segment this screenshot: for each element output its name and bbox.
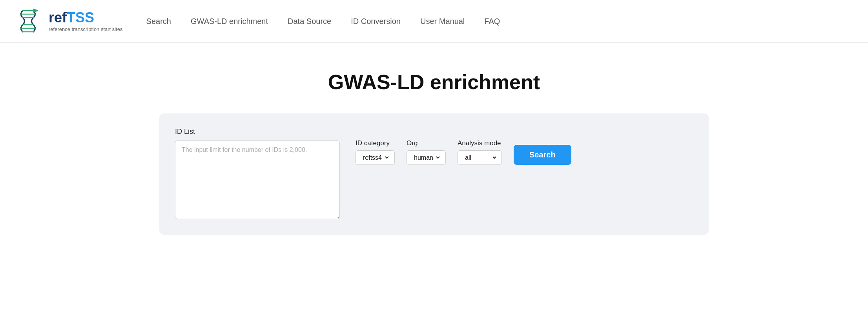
logo-text: refTSS reference transcription start sit… [49,11,123,32]
logo-tagline: reference transcription start sites [49,26,123,32]
nav-faq[interactable]: FAQ [484,17,500,26]
gwas-form-panel: ID List ID category reftss4 reftss3 gene [159,113,709,235]
logo: refTSS reference transcription start sit… [16,7,123,35]
selects-row: ID category reftss4 reftss3 gene Org [356,139,693,165]
id-list-section: ID List [175,128,340,219]
org-select[interactable]: human mouse [412,154,441,161]
nav-gwas-ld[interactable]: GWAS-LD enrichment [191,17,268,26]
analysis-mode-group: Analysis mode all separate [458,139,502,165]
logo-ref: ref [49,9,67,26]
analysis-mode-label: Analysis mode [458,139,502,147]
org-group: Org human mouse [407,139,446,165]
logo-icon [16,7,44,35]
analysis-mode-select[interactable]: all separate [463,154,498,161]
org-label: Org [407,139,446,147]
id-category-select-wrapper[interactable]: reftss4 reftss3 gene [356,150,395,165]
id-list-textarea[interactable] [175,141,340,219]
controls-area: ID category reftss4 reftss3 gene Org [356,128,693,165]
search-button[interactable]: Search [514,145,571,165]
page-title: GWAS-LD enrichment [24,70,844,94]
id-category-group: ID category reftss4 reftss3 gene [356,139,395,165]
nav-id-conversion[interactable]: ID Conversion [351,17,401,26]
analysis-mode-select-wrapper[interactable]: all separate [458,150,502,165]
logo-tss: TSS [67,9,94,26]
org-select-wrapper[interactable]: human mouse [407,150,446,165]
logo-brand: refTSS [49,11,123,25]
nav-data-source[interactable]: Data Source [288,17,331,26]
id-category-select[interactable]: reftss4 reftss3 gene [361,154,390,161]
form-row: ID List ID category reftss4 reftss3 gene [175,128,693,219]
id-list-label: ID List [175,128,340,136]
nav-user-manual[interactable]: User Manual [420,17,465,26]
id-category-label: ID category [356,139,395,147]
nav-search[interactable]: Search [146,17,171,26]
main-nav: Search GWAS-LD enrichment Data Source ID… [146,17,500,26]
